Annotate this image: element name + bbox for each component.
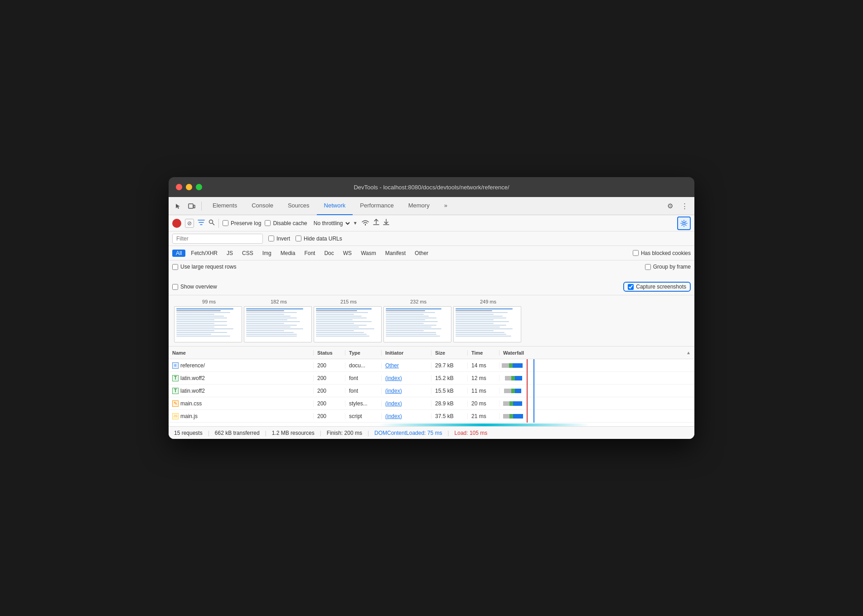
- th-size: Size: [432, 350, 468, 356]
- table-row[interactable]: T latin.woff2 200 font (index) 15.5 kB 1…: [169, 385, 694, 397]
- row-name-reference: ≡ reference/: [169, 362, 314, 369]
- show-overview-label[interactable]: Show overview: [172, 284, 217, 290]
- ts-1: 99 ms: [174, 299, 244, 304]
- waterfall-sort-icon[interactable]: ▲: [686, 350, 691, 355]
- more-button[interactable]: ⋮: [678, 200, 691, 212]
- svg-rect-0: [189, 204, 193, 208]
- stop-button[interactable]: ⊘: [185, 219, 194, 228]
- search-icon[interactable]: [208, 219, 215, 227]
- svg-point-2: [209, 220, 213, 224]
- filter-all[interactable]: All: [172, 250, 185, 257]
- show-overview-checkbox[interactable]: [172, 284, 178, 290]
- filter-other[interactable]: Other: [411, 250, 432, 257]
- hide-data-urls-label[interactable]: Hide data URLs: [296, 236, 342, 242]
- ts-4: 232 ms: [383, 299, 453, 304]
- device-toggle-icon[interactable]: [186, 200, 198, 212]
- row-initiator-5[interactable]: (index): [382, 413, 432, 419]
- tab-network[interactable]: Network: [317, 197, 353, 215]
- row-initiator-2[interactable]: (index): [382, 375, 432, 381]
- tab-sources[interactable]: Sources: [281, 197, 317, 215]
- doc-icon: ≡: [172, 362, 179, 369]
- filter-js[interactable]: JS: [223, 250, 237, 257]
- timestamps-row: 99 ms 182 ms 215 ms 232 ms 249 ms: [174, 299, 689, 304]
- maximize-button[interactable]: [196, 184, 202, 190]
- throttle-select[interactable]: No throttling Fast 3G Slow 3G Offline: [311, 220, 351, 227]
- invert-checkbox[interactable]: [268, 236, 274, 241]
- blocked-cookies-wrap: Has blocked cookies: [633, 250, 691, 256]
- status-resources: 1.2 MB resources: [272, 430, 315, 436]
- devtools-body: Elements Console Sources Network Perform…: [169, 197, 694, 439]
- ts-3: 215 ms: [314, 299, 383, 304]
- row-size-4: 28.9 kB: [432, 400, 468, 407]
- screenshot-5[interactable]: [453, 306, 521, 342]
- tab-elements[interactable]: Elements: [205, 197, 244, 215]
- table-row[interactable]: T latin.woff2 200 font (index) 15.2 kB 1…: [169, 372, 694, 385]
- preserve-log-label[interactable]: Preserve log: [223, 220, 261, 226]
- minimize-button[interactable]: [186, 184, 192, 190]
- tab-more[interactable]: »: [437, 197, 455, 215]
- tab-memory[interactable]: Memory: [401, 197, 437, 215]
- options-row-1: Use large request rows Group by frame: [172, 262, 691, 271]
- group-by-frame-checkbox[interactable]: [645, 264, 651, 270]
- blocked-cookies-checkbox[interactable]: [633, 250, 639, 256]
- hide-data-urls-checkbox[interactable]: [296, 236, 301, 241]
- filter-img[interactable]: Img: [259, 250, 275, 257]
- row-waterfall-2: [499, 372, 694, 385]
- row-size-3: 15.5 kB: [432, 388, 468, 394]
- screenshot-2[interactable]: [244, 306, 312, 342]
- close-button[interactable]: [176, 184, 182, 190]
- cursor-icon[interactable]: [172, 200, 184, 212]
- blocked-cookies-label[interactable]: Has blocked cookies: [633, 250, 691, 256]
- capture-screenshots-checkbox[interactable]: [628, 284, 634, 290]
- row-status-2: 200: [314, 375, 345, 381]
- disable-cache-checkbox[interactable]: [265, 220, 271, 226]
- options-row-2: Show overview Capture screenshots: [172, 280, 691, 293]
- sep1: [201, 202, 202, 211]
- filter-media[interactable]: Media: [277, 250, 299, 257]
- invert-label[interactable]: Invert: [268, 236, 290, 242]
- settings-button[interactable]: ⚙: [664, 200, 676, 212]
- filter-wasm[interactable]: Wasm: [357, 250, 380, 257]
- traffic-lights: [176, 184, 202, 190]
- row-initiator-3[interactable]: (index): [382, 388, 432, 394]
- th-type: Type: [345, 350, 382, 356]
- filter-fetch-xhr[interactable]: Fetch/XHR: [187, 250, 221, 257]
- row-name-latin2: T latin.woff2: [169, 388, 314, 394]
- tab-performance[interactable]: Performance: [353, 197, 401, 215]
- preserve-log-checkbox[interactable]: [223, 220, 228, 226]
- wifi-icon[interactable]: [361, 219, 369, 227]
- filter-ws[interactable]: WS: [339, 250, 355, 257]
- filter-css[interactable]: CSS: [238, 250, 257, 257]
- upload-icon[interactable]: [373, 219, 379, 227]
- network-settings-button[interactable]: [677, 217, 691, 230]
- table-row[interactable]: ✎ main.css 200 styles... (index) 28.9 kB…: [169, 397, 694, 410]
- filter-font[interactable]: Font: [301, 250, 319, 257]
- svg-line-3: [213, 223, 215, 226]
- filter-input-wrap: [172, 234, 263, 244]
- screenshot-1[interactable]: [174, 306, 242, 342]
- download-icon[interactable]: [383, 219, 389, 227]
- capture-screenshots-label[interactable]: Capture screenshots: [628, 284, 686, 290]
- filter-doc[interactable]: Doc: [320, 250, 337, 257]
- large-rows-checkbox[interactable]: [172, 264, 178, 270]
- throttle-chevron: ▼: [353, 221, 358, 226]
- tab-console[interactable]: Console: [244, 197, 281, 215]
- filter-input[interactable]: [172, 234, 263, 244]
- record-button[interactable]: [172, 219, 181, 228]
- row-waterfall-3: [499, 385, 694, 397]
- large-rows-label[interactable]: Use large request rows: [172, 264, 236, 270]
- screenshot-4[interactable]: [383, 306, 451, 342]
- disable-cache-label[interactable]: Disable cache: [265, 220, 307, 226]
- tab-bar: Elements Console Sources Network Perform…: [169, 197, 694, 215]
- filter-manifest[interactable]: Manifest: [382, 250, 409, 257]
- screenshot-3[interactable]: [314, 306, 382, 342]
- row-initiator-4[interactable]: (index): [382, 400, 432, 407]
- row-type-1: docu...: [345, 362, 382, 369]
- sep2: [218, 219, 219, 228]
- filter-icon[interactable]: [198, 219, 205, 228]
- table-row[interactable]: JS main.js 200 script (index) 37.5 kB 21…: [169, 410, 694, 423]
- table-row[interactable]: ≡ reference/ 200 docu... Other 29.7 kB 1…: [169, 359, 694, 372]
- group-by-frame-label[interactable]: Group by frame: [645, 264, 691, 270]
- row-status-1: 200: [314, 362, 345, 369]
- status-dom-content-loaded: DOMContentLoaded: 75 ms: [374, 430, 442, 436]
